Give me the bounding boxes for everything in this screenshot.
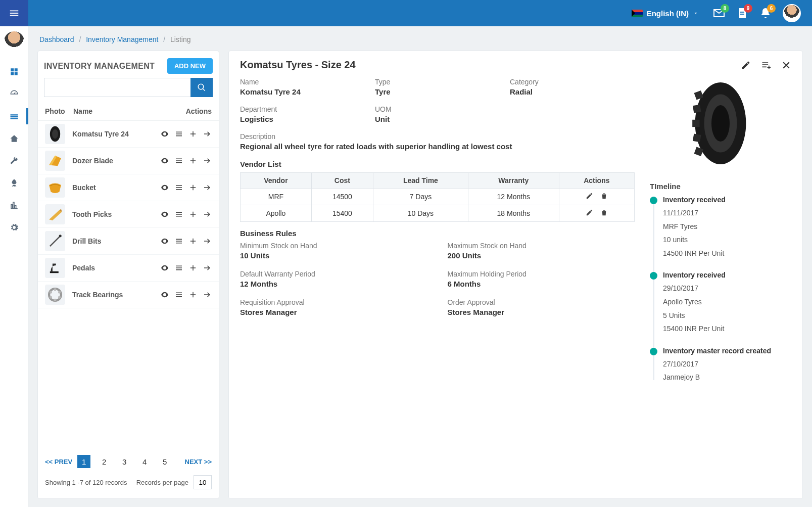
vendor-cost: 15400 bbox=[311, 205, 373, 222]
vendor-name: MRF bbox=[241, 189, 312, 205]
timeline-line: 27/10/2017 bbox=[663, 357, 791, 371]
go-action[interactable] bbox=[203, 129, 212, 139]
add-to-list-button[interactable] bbox=[761, 60, 771, 70]
view-action[interactable] bbox=[160, 290, 169, 299]
rail-reports[interactable] bbox=[0, 194, 28, 216]
go-action[interactable] bbox=[203, 183, 212, 192]
name-value: Komatsu Tyre 24 bbox=[240, 87, 365, 96]
rail-home[interactable] bbox=[0, 127, 28, 150]
go-action[interactable] bbox=[203, 210, 212, 219]
pager-next[interactable]: NEXT >> bbox=[185, 458, 212, 466]
add-action[interactable] bbox=[188, 156, 198, 165]
list-item[interactable]: Track Bearings bbox=[38, 282, 219, 308]
min-value: 10 Units bbox=[240, 251, 427, 260]
search-button[interactable] bbox=[190, 78, 213, 97]
nav-rail bbox=[0, 26, 28, 507]
rail-inventory[interactable] bbox=[0, 105, 28, 127]
rail-avatar[interactable] bbox=[4, 31, 24, 52]
close-button[interactable] bbox=[781, 60, 791, 70]
list-action[interactable] bbox=[174, 129, 183, 139]
showing-text: Showing 1 -7 of 120 records bbox=[45, 479, 127, 486]
locale-label: English (IN) bbox=[647, 9, 689, 18]
list-item[interactable]: Dozer Blade bbox=[38, 148, 219, 174]
list-action[interactable] bbox=[174, 290, 183, 299]
vendor-delete[interactable] bbox=[600, 192, 608, 201]
list-item[interactable]: Bucket bbox=[38, 174, 219, 201]
locale-selector[interactable]: English (IN) bbox=[627, 9, 704, 18]
alerts-button[interactable]: 6 bbox=[759, 7, 772, 19]
timeline-dot-icon bbox=[650, 197, 657, 204]
rules-heading: Business Rules bbox=[240, 229, 635, 238]
vendor-table: Vendor Cost Lead Time Warranty Actions M… bbox=[240, 172, 635, 222]
breadcrumb-dashboard[interactable]: Dashboard bbox=[39, 35, 74, 43]
add-action[interactable] bbox=[188, 237, 198, 246]
go-action[interactable] bbox=[203, 290, 212, 299]
vendor-cost: 14500 bbox=[311, 189, 373, 205]
item-thumb bbox=[45, 231, 65, 251]
add-action[interactable] bbox=[188, 263, 198, 272]
profile-avatar[interactable] bbox=[783, 4, 801, 22]
timeline-line: 5 Units bbox=[663, 309, 791, 322]
add-action[interactable] bbox=[188, 129, 198, 139]
vendor-edit[interactable] bbox=[586, 192, 593, 201]
pager-page[interactable]: 1 bbox=[77, 455, 90, 468]
go-action[interactable] bbox=[203, 237, 212, 246]
timeline-dot-icon bbox=[650, 272, 657, 280]
pager: << PREV 12345 NEXT >> bbox=[45, 455, 212, 468]
add-action[interactable] bbox=[188, 183, 198, 192]
item-thumb bbox=[45, 124, 65, 144]
vendor-delete[interactable] bbox=[600, 209, 608, 218]
vendor-edit[interactable] bbox=[586, 209, 593, 218]
search-input[interactable] bbox=[44, 78, 190, 97]
list-action[interactable] bbox=[174, 183, 183, 192]
timeline-line: Apollo Tyres bbox=[663, 295, 791, 309]
rpp-input[interactable] bbox=[194, 475, 212, 489]
rail-maintenance[interactable] bbox=[0, 150, 28, 172]
rail-launch[interactable] bbox=[0, 172, 28, 194]
item-name: Komatsu Tyre 24 bbox=[65, 130, 160, 138]
rail-apps[interactable] bbox=[0, 61, 28, 83]
list-item[interactable]: Drill Bits bbox=[38, 228, 219, 255]
rail-dashboard[interactable] bbox=[0, 83, 28, 105]
view-action[interactable] bbox=[160, 156, 169, 165]
add-action[interactable] bbox=[188, 210, 198, 219]
vcol-warranty: Warranty bbox=[468, 173, 559, 189]
add-new-button[interactable]: ADD NEW bbox=[167, 58, 213, 74]
add-action[interactable] bbox=[188, 290, 198, 299]
pager-page[interactable]: 3 bbox=[118, 455, 131, 468]
breadcrumb-inventory[interactable]: Inventory Management bbox=[86, 35, 158, 43]
col-actions: Actions bbox=[151, 107, 212, 115]
list-action[interactable] bbox=[174, 237, 183, 246]
pager-prev[interactable]: << PREV bbox=[45, 458, 72, 466]
vendor-row: Apollo1540010 Days18 Months bbox=[241, 205, 635, 222]
view-action[interactable] bbox=[160, 210, 169, 219]
list-action[interactable] bbox=[174, 263, 183, 272]
timeline-heading: TImeline bbox=[650, 182, 791, 191]
list-item[interactable]: Pedals bbox=[38, 255, 219, 282]
rail-settings[interactable] bbox=[0, 216, 28, 239]
pager-page[interactable]: 5 bbox=[158, 455, 171, 468]
vcol-vendor: Vendor bbox=[241, 173, 312, 189]
pager-page[interactable]: 4 bbox=[138, 455, 151, 468]
messages-button[interactable]: 8 bbox=[713, 7, 725, 19]
go-action[interactable] bbox=[203, 156, 212, 165]
list-action[interactable] bbox=[174, 210, 183, 219]
view-action[interactable] bbox=[160, 263, 169, 272]
list-item[interactable]: Tooth Picks bbox=[38, 201, 219, 228]
svg-point-11 bbox=[54, 299, 56, 301]
docs-button[interactable]: 9 bbox=[736, 7, 748, 19]
edit-button[interactable] bbox=[741, 60, 751, 70]
view-action[interactable] bbox=[160, 129, 169, 139]
pager-page[interactable]: 2 bbox=[98, 455, 111, 468]
detail-title: Komatsu Tyres - Size 24 bbox=[240, 59, 356, 71]
view-action[interactable] bbox=[160, 183, 169, 192]
view-action[interactable] bbox=[160, 237, 169, 246]
type-value: Tyre bbox=[375, 87, 500, 96]
breadcrumb: Dashboard / Inventory Management / Listi… bbox=[37, 34, 803, 44]
list-action[interactable] bbox=[174, 156, 183, 165]
menu-toggle[interactable] bbox=[0, 0, 28, 26]
list-item[interactable]: Komatsu Tyre 24 bbox=[38, 121, 219, 148]
go-action[interactable] bbox=[203, 263, 212, 272]
svg-line-2 bbox=[50, 236, 60, 246]
desc-value: Regional all wheel tyre for rated loads … bbox=[240, 142, 635, 151]
